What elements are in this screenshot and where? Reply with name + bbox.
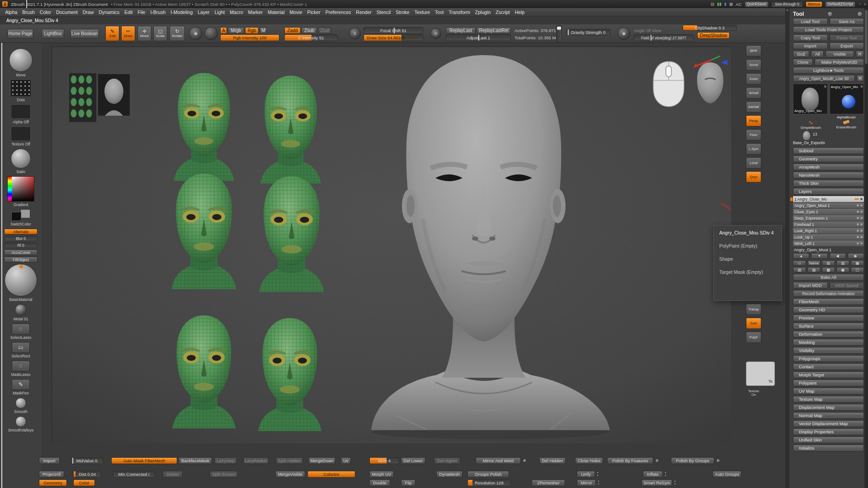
tool-section-button[interactable]: FiberMesh bbox=[793, 298, 864, 305]
import-mdd-button[interactable]: Import MDD bbox=[793, 282, 828, 289]
gravity-direction-icon[interactable]: ◎ bbox=[430, 28, 441, 39]
panel-collapse-gutter[interactable]: ◂ bbox=[785, 8, 789, 488]
menu-item[interactable]: File bbox=[135, 9, 148, 16]
tool-section-button[interactable]: Geometry bbox=[793, 155, 864, 162]
accucurve-button[interactable]: AccuCurve bbox=[4, 249, 38, 255]
split-hidden-button[interactable]: Split Hidden bbox=[276, 457, 303, 464]
replay-last-rel-button[interactable]: ReplayLastRel bbox=[476, 27, 511, 34]
tool-section-button[interactable]: Visibility bbox=[793, 347, 864, 354]
copy-tool-button[interactable]: Copy Tool bbox=[793, 34, 828, 41]
layer-row[interactable]: Forehead 1 bbox=[793, 221, 864, 227]
shelf-toggle[interactable]: Persp bbox=[746, 115, 761, 127]
menu-item[interactable]: Document bbox=[53, 9, 80, 16]
smooth-valleys-item[interactable]: SmoothValleys bbox=[8, 416, 33, 432]
tool-section-button[interactable]: Surface bbox=[793, 323, 864, 329]
lazy-radius-button[interactable]: LazyRadius bbox=[243, 457, 269, 464]
tool-section-button[interactable]: Normal Map bbox=[793, 412, 864, 419]
layer-eye-icon[interactable] bbox=[860, 236, 863, 238]
stroke-type-icon[interactable]: S bbox=[349, 28, 361, 39]
shelf-toggle[interactable]: Scroll bbox=[746, 59, 761, 70]
quicksave-button[interactable]: QuickSave bbox=[745, 1, 769, 7]
menu-item[interactable]: Stroke bbox=[393, 9, 412, 16]
layer-row[interactable]: Wink_Left 1 bbox=[793, 240, 864, 246]
delete-button[interactable]: Delete bbox=[163, 471, 183, 478]
panel-menu-icon[interactable] bbox=[827, 11, 833, 17]
bake-all-button[interactable]: Bake All bbox=[793, 274, 864, 281]
shelf-toggle[interactable]: L.Sym bbox=[746, 143, 761, 155]
shelf-toggle[interactable]: Solo bbox=[746, 318, 761, 329]
del-hidden-button[interactable]: Del Hidden bbox=[539, 457, 566, 464]
zcut-button[interactable]: Zcut bbox=[318, 27, 331, 34]
grid-icon[interactable]: ▦ bbox=[729, 2, 733, 6]
layer-eye-icon[interactable] bbox=[860, 211, 863, 213]
shelf-toggle[interactable]: Local bbox=[746, 157, 761, 169]
rf-slider[interactable]: Rf 0 bbox=[4, 243, 38, 248]
deep-shadow-button[interactable]: DeepShadow bbox=[697, 32, 730, 39]
tool-section-button[interactable]: Geometry HD bbox=[793, 306, 864, 313]
tool-section-button[interactable]: Layers bbox=[793, 188, 864, 195]
layer-next-button[interactable]: ▶ bbox=[848, 253, 864, 259]
uv-button[interactable]: Uv bbox=[341, 457, 351, 464]
unify-mini-slider[interactable] bbox=[597, 472, 599, 477]
menu-item[interactable]: Help bbox=[512, 9, 527, 16]
layer-eye-icon[interactable] bbox=[860, 204, 863, 206]
edit-button[interactable]: ✎ Edit bbox=[105, 26, 119, 41]
flip-button[interactable]: Flip bbox=[401, 479, 415, 486]
canvas-3d-view[interactable] bbox=[52, 47, 731, 443]
lightbox-button[interactable]: LightBox bbox=[42, 29, 64, 38]
menu-item[interactable]: I-Modeling bbox=[168, 9, 195, 16]
stroke-preview-icon[interactable]: ◉ bbox=[189, 27, 203, 40]
layer-intensity-icon[interactable] bbox=[857, 236, 859, 238]
make-polymesh3d-button[interactable]: Make PolyMesh3D bbox=[815, 59, 864, 66]
tool-section-button[interactable]: UV Map bbox=[793, 388, 864, 394]
rgb-button[interactable]: Rgb bbox=[245, 27, 259, 34]
tool-section-button[interactable]: Polygroups bbox=[793, 355, 864, 362]
texture-off-item[interactable]: Texture Off bbox=[11, 127, 31, 146]
load-tool-button[interactable]: Load Tool bbox=[793, 18, 828, 25]
unify-button[interactable]: Unify bbox=[577, 471, 595, 478]
base-head-thumbnail[interactable] bbox=[98, 74, 130, 116]
dynamesh-button[interactable]: DynaMesh bbox=[436, 471, 462, 478]
context-menu-item[interactable]: Shape bbox=[719, 256, 782, 262]
export-button[interactable]: Export bbox=[830, 42, 864, 49]
context-menu-item[interactable]: Target Mask (Empty) bbox=[719, 269, 782, 275]
tool-section-button[interactable]: NanoMesh bbox=[793, 172, 864, 178]
layer-row[interactable]: Look_Up 1 bbox=[793, 234, 864, 240]
auto-groups-button[interactable]: Auto Groups bbox=[712, 471, 741, 478]
layer-eye-icon[interactable] bbox=[860, 230, 863, 232]
menu-item[interactable]: Texture bbox=[412, 9, 432, 16]
layer-row[interactable]: 1 Angry_Close_Mo bbox=[793, 196, 864, 202]
polish-by-groups-button[interactable]: Polish By Groups bbox=[671, 457, 714, 464]
save-as-button[interactable]: Save As bbox=[830, 18, 864, 25]
layer-prev-button[interactable]: ◀ bbox=[830, 253, 846, 259]
morph-head-1[interactable] bbox=[174, 73, 234, 181]
layer-intensity-icon[interactable] bbox=[857, 211, 859, 213]
lightbox-tools-button[interactable]: Lightbox►Tools bbox=[793, 67, 864, 74]
tool-section-button[interactable]: Displacement Map bbox=[793, 404, 864, 411]
mid-value-slider[interactable]: MidValue 0 bbox=[71, 457, 103, 464]
layer-split-button[interactable]: ▧ bbox=[793, 267, 806, 272]
layer-new-button[interactable]: ▭ bbox=[793, 260, 806, 266]
tool-section-button[interactable]: Masking bbox=[793, 339, 864, 346]
morph-head-2[interactable] bbox=[260, 76, 321, 183]
backface-mask-button[interactable]: BackfaceMask bbox=[179, 457, 212, 464]
split-screen-button[interactable]: Split Screen bbox=[210, 471, 238, 478]
session-circle-icon[interactable]: ◑ bbox=[863, 2, 866, 6]
mdd-speed-button[interactable]: MDD Speed bbox=[830, 282, 864, 289]
panel-layout-icon[interactable]: ▤ bbox=[710, 2, 714, 6]
polish-features-knob[interactable] bbox=[655, 459, 659, 463]
polish-by-features-button[interactable]: Polish By Features bbox=[607, 457, 653, 464]
angle-of-view-label[interactable]: Angle Of View bbox=[634, 28, 661, 33]
zadd-button[interactable]: Zadd bbox=[284, 27, 301, 34]
goz-r-button[interactable]: R bbox=[856, 51, 864, 57]
menu-item[interactable]: Material bbox=[265, 9, 287, 16]
base-tool-item[interactable]: 13 Base_Ov_Exportin bbox=[793, 131, 864, 146]
layer-intensity-icon[interactable] bbox=[857, 230, 859, 232]
colorize-button[interactable]: Colorize bbox=[307, 471, 355, 478]
tool-section-button[interactable]: Thick Skin bbox=[793, 180, 864, 187]
menu-item[interactable]: Zscript bbox=[493, 9, 513, 16]
lazy-step-button[interactable]: LazyStep bbox=[214, 457, 237, 464]
obj-shadow-slider[interactable]: ObjShadow 0.3 bbox=[683, 25, 737, 31]
menu-item[interactable]: Stencil bbox=[374, 9, 393, 16]
mirror-mini-slider[interactable] bbox=[598, 480, 599, 486]
